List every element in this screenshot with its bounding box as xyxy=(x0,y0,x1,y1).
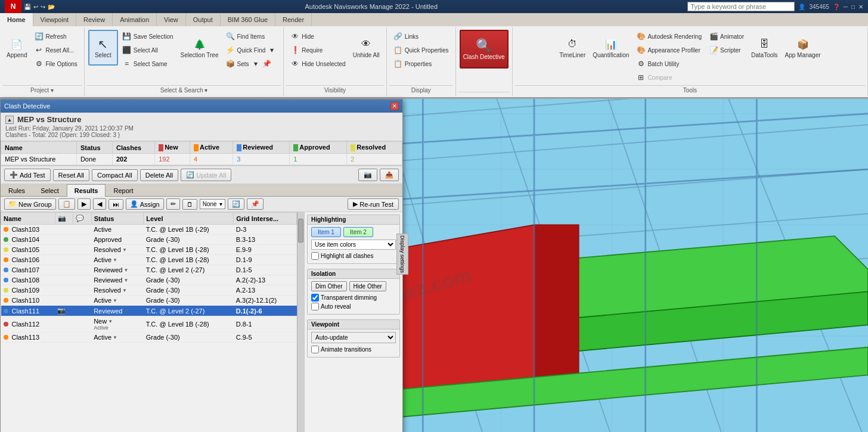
quick-properties-button[interactable]: 📋 Quick Properties xyxy=(390,43,452,57)
datatools-button[interactable]: 🗄 DataTools xyxy=(748,30,780,66)
icon-btn-5[interactable]: ✏ xyxy=(166,198,180,210)
results-scrollbar[interactable] xyxy=(297,212,304,432)
tab-review[interactable]: Review xyxy=(76,13,113,26)
collapse-button[interactable]: ▲ xyxy=(5,116,14,124)
reset-all-button[interactable]: Reset All xyxy=(53,169,89,181)
table-row[interactable]: Clash107 Reviewed ▼ T.C. @ Level 2 (-27)… xyxy=(1,265,297,275)
tab-report[interactable]: Report xyxy=(106,184,141,197)
quantification-button[interactable]: 📊 Quantification xyxy=(590,30,632,66)
scripter-button[interactable]: 📝 Scripter xyxy=(706,43,747,57)
item1-button[interactable]: Item 1 xyxy=(311,227,341,237)
viewpoint-select[interactable]: Auto-update xyxy=(311,332,396,343)
select-same-icon: = xyxy=(122,59,132,69)
rerun-test-button[interactable]: ▶ Re-run Test xyxy=(348,198,399,210)
compare-button[interactable]: ⊞ Compare xyxy=(633,71,705,84)
quick-access-redo[interactable]: ↪ xyxy=(41,4,45,10)
sets-button[interactable]: 📦 Sets ▾ 📌 xyxy=(223,57,280,70)
tab-bim360[interactable]: BIM 360 Glue xyxy=(221,13,275,26)
help-icon[interactable]: ❓ xyxy=(833,4,840,10)
item2-button[interactable]: Item 2 xyxy=(343,227,373,237)
close-btn[interactable]: ✕ xyxy=(858,4,863,10)
quick-access-undo[interactable]: ↩ xyxy=(33,4,38,10)
app-manager-button[interactable]: 📦 App Manager xyxy=(782,30,823,66)
icon-btn-6[interactable]: 🗒 xyxy=(182,199,197,210)
table-row[interactable]: Clash109 Resolved ▼ Grade (-30) A.2-13 xyxy=(1,285,297,296)
require-button[interactable]: ❗ Require xyxy=(287,43,348,57)
select-same-button[interactable]: = Select Same xyxy=(119,57,176,70)
sets-dropdown[interactable]: ▾ xyxy=(251,59,261,69)
update-all-button[interactable]: 🔄 Update All xyxy=(181,169,231,181)
refresh-button[interactable]: 🔄 Refresh xyxy=(31,30,80,43)
none-dropdown[interactable]: None ▾ xyxy=(200,199,225,209)
transparent-dimming-checkbox[interactable] xyxy=(311,294,319,302)
maximize-btn[interactable]: □ xyxy=(851,4,855,10)
icon-btn-8[interactable]: 📌 xyxy=(247,198,264,210)
new-group-button[interactable]: 📁 New Group xyxy=(4,198,56,210)
hide-unselected-button[interactable]: 👁 Hide Unselected xyxy=(287,57,348,70)
icon-btn-2[interactable]: ▶ xyxy=(78,198,91,210)
table-row[interactable]: Clash113 Active ▼ Grade (-30) C.9-5 xyxy=(1,332,297,343)
save-selection-button[interactable]: 💾 Save Selection xyxy=(119,30,176,43)
title-search-input[interactable] xyxy=(687,2,795,11)
tab-home[interactable]: Home xyxy=(0,13,33,26)
table-row[interactable]: Clash110 Active ▼ Grade (-30) A.3(2)-12.… xyxy=(1,296,297,306)
appearance-profiler-button[interactable]: 🎨 Appearance Profiler xyxy=(633,43,705,57)
find-items-button[interactable]: 🔍 Find Items xyxy=(223,30,280,43)
file-options-button[interactable]: ⚙ File Options xyxy=(31,57,80,70)
add-test-button[interactable]: ➕ Add Test xyxy=(4,169,51,181)
scrollbar-thumb[interactable] xyxy=(298,219,303,243)
tab-select[interactable]: Select xyxy=(33,184,67,197)
icon-btn-4[interactable]: ⏭ xyxy=(108,199,123,210)
use-item-colors-select[interactable]: Use item colors xyxy=(311,240,396,250)
quick-find-dropdown[interactable]: ▾ xyxy=(267,45,277,55)
properties-button[interactable]: 📋 Properties xyxy=(390,57,452,70)
dim-other-button[interactable]: Dim Other xyxy=(311,281,347,291)
table-row[interactable]: Clash111 📷 Reviewed ▼ T.C. @ Level 2 (-2… xyxy=(1,306,297,316)
tab-render[interactable]: Render xyxy=(275,13,312,26)
display-settings-tab[interactable]: Display settings xyxy=(396,233,402,274)
clash-detective-button[interactable]: 🔍 Clash Detective xyxy=(460,30,509,69)
icon-btn-1[interactable]: 📋 xyxy=(58,198,75,210)
hide-button[interactable]: 👁 Hide xyxy=(287,30,348,43)
icon-btn-7[interactable]: 🔄 xyxy=(228,198,244,210)
tab-animation[interactable]: Animation xyxy=(113,13,157,26)
table-row[interactable]: Clash108 Reviewed ▼ Grade (-30) A.2(-2)-… xyxy=(1,275,297,285)
autodesk-rendering-button[interactable]: 🎨 Autodesk Rendering xyxy=(633,30,705,43)
auto-reveal-checkbox[interactable] xyxy=(311,303,319,310)
clash-summary-row[interactable]: MEP vs Structure Done 202 192 4 3 1 2 xyxy=(1,154,402,165)
select-button[interactable]: ↖ Select xyxy=(88,30,118,66)
camera-icon-button[interactable]: 📷 xyxy=(358,169,377,181)
table-row[interactable]: Clash103 Active T.C. @ Level 1B (-29) D-… xyxy=(1,225,297,235)
tab-view[interactable]: View xyxy=(157,13,186,26)
panel-close-button[interactable]: ✕ xyxy=(390,102,399,110)
quick-access-open[interactable]: 📂 xyxy=(48,4,55,10)
export-button[interactable]: 📤 xyxy=(380,169,399,181)
append-button[interactable]: 📄 Append xyxy=(4,30,30,66)
batch-utility-button[interactable]: ⚙ Batch Utility xyxy=(633,57,705,70)
table-row[interactable]: Clash105 Resolved ▼ T.C. @ Level 1B (-28… xyxy=(1,245,297,255)
tab-results[interactable]: Results xyxy=(67,184,106,197)
table-row[interactable]: Clash104 Approved Grade (-30) B.3-13 xyxy=(1,235,297,245)
table-row[interactable]: Clash112 New ▼ Active T.C. @ Level 1B (-… xyxy=(1,316,297,332)
unhide-all-button[interactable]: 👁 Unhide All xyxy=(350,30,383,66)
select-all-button[interactable]: ⬛ Select All xyxy=(119,43,176,57)
quick-access-save[interactable]: 💾 xyxy=(24,4,31,10)
animate-transitions-checkbox[interactable] xyxy=(311,346,319,353)
tab-rules[interactable]: Rules xyxy=(1,184,33,197)
quick-find-button[interactable]: ⚡ Quick Find ▾ xyxy=(223,43,280,57)
tab-viewpoint[interactable]: Viewpoint xyxy=(33,13,77,26)
hide-other-button[interactable]: Hide Other xyxy=(349,281,386,291)
timeliner-button[interactable]: ⏱ TimeLiner xyxy=(556,30,588,66)
icon-btn-3[interactable]: ◀ xyxy=(93,198,106,210)
reset-all-button[interactable]: ↩ Reset All... xyxy=(31,43,80,57)
assign-button[interactable]: 👤 Assign xyxy=(126,198,164,210)
selection-tree-button[interactable]: 🌲 Selection Tree xyxy=(178,30,222,66)
animator-button[interactable]: 🎬 Animator xyxy=(706,30,747,43)
tab-output[interactable]: Output xyxy=(186,13,221,26)
links-button[interactable]: 🔗 Links xyxy=(390,30,452,43)
table-row[interactable]: Clash106 Active ▼ T.C. @ Level 1B (-28) … xyxy=(1,255,297,265)
delete-all-button[interactable]: Delete All xyxy=(140,169,178,181)
compact-all-button[interactable]: Compact All xyxy=(92,169,138,181)
highlight-all-checkbox[interactable] xyxy=(311,252,319,260)
minimize-btn[interactable]: ─ xyxy=(844,4,848,10)
